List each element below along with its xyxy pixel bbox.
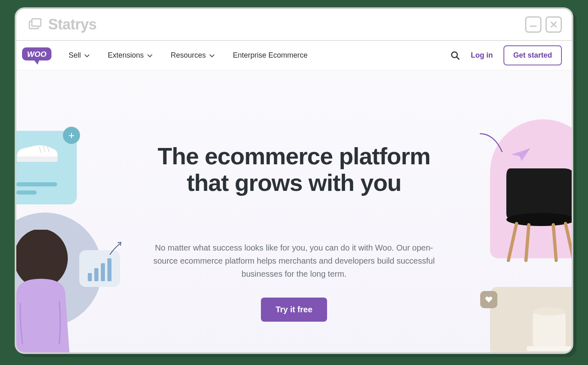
swoosh-line-icon [478, 132, 510, 156]
heart-icon [480, 291, 497, 308]
chart-bar [107, 258, 111, 281]
placeholder-line [16, 182, 57, 186]
close-button[interactable] [546, 16, 562, 33]
statrys-logo-icon [26, 16, 44, 34]
nav-sell[interactable]: Sell [69, 51, 90, 60]
nav-label: Enterprise Ecommerce [233, 51, 307, 60]
chair-illustration [494, 164, 572, 262]
svg-line-14 [553, 225, 556, 260]
try-free-button[interactable]: Try it free [261, 298, 327, 322]
chevron-down-icon [147, 53, 153, 58]
paper-plane-icon [510, 146, 531, 163]
minimize-button[interactable] [525, 16, 541, 33]
chart-bar [101, 263, 105, 281]
product-card-illustration [490, 287, 572, 352]
get-started-button[interactable]: Get started [503, 45, 562, 65]
chart-bar [94, 268, 98, 281]
browser-brand-text: Statrys [48, 16, 97, 33]
chart-card-illustration [79, 250, 120, 287]
hero-subtitle: No matter what success looks like for yo… [151, 241, 437, 280]
search-icon [450, 51, 460, 60]
minimize-icon [530, 21, 537, 28]
sneaker-icon [16, 141, 60, 163]
browser-brand: Statrys [26, 16, 97, 34]
browser-window: Statrys WO [15, 7, 573, 354]
nav-label: Resources [171, 51, 206, 60]
nav-items: Sell Extensions Resources Enterprise Eco… [69, 51, 450, 60]
plus-icon: + [63, 127, 80, 144]
nav-extensions[interactable]: Extensions [108, 51, 153, 60]
close-icon [550, 21, 557, 28]
svg-line-13 [526, 225, 529, 260]
site-nav: WOO Sell Extensions Resources Enterprise [16, 41, 572, 70]
chevron-down-icon [84, 53, 90, 58]
viewport: WOO Sell Extensions Resources Enterprise [16, 41, 572, 352]
placeholder-line [16, 190, 37, 195]
svg-line-12 [566, 224, 572, 260]
woo-logo-icon: WOO [21, 46, 52, 65]
nav-label: Sell [69, 51, 81, 60]
woo-logo[interactable]: WOO [21, 47, 52, 65]
browser-controls [525, 16, 562, 33]
person-illustration [16, 230, 82, 352]
svg-rect-17 [527, 346, 572, 351]
browser-chrome: Statrys [16, 9, 572, 41]
nav-enterprise[interactable]: Enterprise Ecommerce [233, 51, 307, 60]
nav-label: Extensions [108, 51, 144, 60]
nav-resources[interactable]: Resources [171, 51, 215, 60]
svg-text:WOO: WOO [27, 50, 47, 58]
login-link[interactable]: Log in [471, 51, 493, 60]
svg-rect-15 [533, 311, 566, 348]
hero-title: The ecommerce platform that grows with y… [147, 143, 441, 196]
nav-right: Log in Get started [450, 45, 562, 65]
product-card-illustration: + [16, 131, 77, 204]
trend-arrow-icon [108, 240, 124, 257]
svg-rect-1 [32, 19, 41, 26]
candle-illustration [523, 299, 572, 352]
svg-line-8 [457, 57, 459, 59]
svg-line-11 [508, 224, 517, 260]
search-button[interactable] [450, 51, 460, 60]
chevron-down-icon [209, 53, 215, 58]
hero-section: + [16, 70, 572, 352]
chart-bar [88, 273, 92, 281]
svg-point-16 [533, 307, 566, 316]
